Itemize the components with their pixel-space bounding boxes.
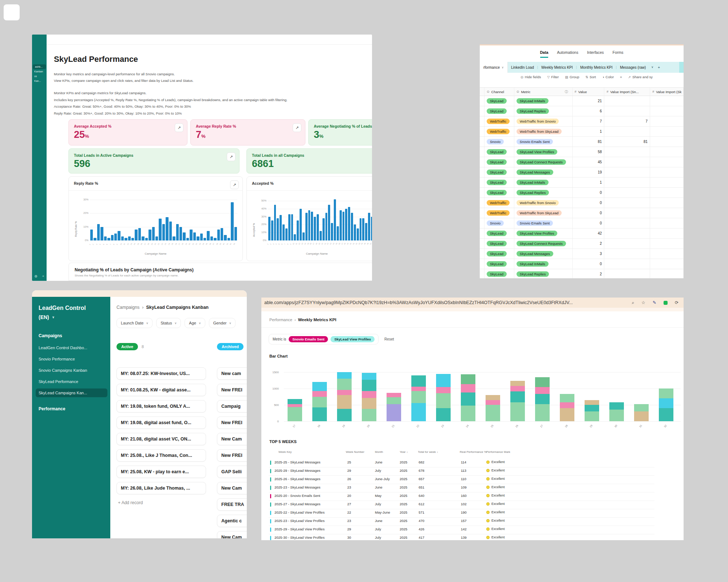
value-import-sn-cell[interactable] [604, 167, 650, 177]
stacked-bar[interactable] [535, 377, 550, 422]
bar[interactable] [368, 213, 370, 240]
channel-cell[interactable]: SkyLead [484, 157, 514, 167]
bar[interactable] [131, 238, 134, 241]
bar[interactable] [162, 224, 165, 240]
metric-cell[interactable]: SkyLead Replies [514, 269, 573, 278]
bar[interactable] [311, 212, 313, 240]
stacked-bar[interactable] [288, 399, 302, 421]
bar[interactable] [217, 230, 220, 240]
bar[interactable] [207, 231, 209, 240]
bar[interactable] [221, 228, 223, 240]
value-import-sk-cell[interactable] [650, 228, 684, 238]
kanban-card[interactable]: MY: 19.08, token fund, ONLY A... [116, 400, 206, 412]
sidebar-item[interactable]: SkyLead Performance [36, 377, 107, 386]
bar[interactable] [114, 234, 117, 240]
kanban-card[interactable]: New cam [217, 367, 247, 380]
top5-column-header[interactable]: Month [375, 450, 383, 454]
bar[interactable] [300, 209, 302, 240]
status-badge-archived[interactable]: Archived [217, 343, 244, 350]
bar[interactable] [142, 236, 144, 240]
table-row[interactable]: SkyLeadSkyLead Connect Requests2 [480, 239, 684, 249]
bar[interactable] [305, 213, 308, 240]
bar[interactable] [200, 234, 203, 240]
channel-cell[interactable]: WebTraffic [484, 208, 514, 218]
value-import-sk-cell[interactable] [650, 178, 684, 187]
group-button[interactable]: ▤Group [565, 75, 579, 79]
filter-launch-date[interactable]: Launch Date∨ [116, 318, 153, 328]
row-height-button[interactable]: ≡ [620, 75, 622, 79]
url-text[interactable]: able.com/apps/jzFZ7SYYnlyw/pag9MpZIKPDcN… [261, 300, 573, 305]
metric-cell[interactable]: SkyLead Messages [514, 167, 573, 177]
top-tab-interfaces[interactable]: Interfaces [587, 50, 604, 58]
kanban-card[interactable]: GAP Selli [217, 466, 247, 478]
metric-cell[interactable]: SkyLead Connect Requests [514, 157, 573, 167]
kanban-card[interactable]: MY: 26.08, Like Jude Thomas, ... [116, 482, 206, 494]
bar[interactable] [331, 223, 333, 240]
bar[interactable] [210, 236, 213, 240]
channel-cell[interactable]: SkyLead [484, 167, 514, 177]
bar[interactable] [152, 227, 155, 241]
status-badge-active[interactable]: Active [116, 343, 138, 350]
bar[interactable] [302, 232, 305, 240]
kanban-card[interactable]: MY: 01.08.25, KW - digital asse... [116, 384, 206, 396]
metric-cell[interactable]: SkyLead InMails [514, 259, 573, 269]
top5-row[interactable]: 2025-29 - SkyLead View Profiles29July202… [269, 526, 654, 534]
reset-button[interactable]: Reset [384, 337, 394, 341]
bar[interactable] [297, 220, 299, 240]
bar[interactable] [285, 228, 288, 240]
value-cell[interactable]: 6 [573, 106, 605, 116]
top5-row[interactable]: 2025-29 - SkyLead Messages29July20256781… [269, 467, 654, 476]
value-import-sk-cell[interactable] [650, 106, 684, 116]
table-row[interactable]: SnovioSnovio Emails Sent8181 [480, 137, 684, 147]
top5-row[interactable]: 2025-20 - Snovio Emails Sent20May2025640… [269, 492, 654, 501]
kanban-card[interactable]: Campaig [217, 400, 247, 412]
value-import-sn-cell[interactable] [604, 249, 650, 259]
top-tab-data[interactable]: Data [540, 50, 549, 58]
channel-cell[interactable]: WebTraffic [484, 116, 514, 126]
kanban-card[interactable]: Agentic c [217, 515, 247, 527]
filter-age[interactable]: Age∨ [185, 318, 205, 328]
channel-cell[interactable]: Snovio [484, 137, 514, 147]
metric-cell[interactable]: SkyLead Connect Requests [514, 239, 573, 248]
top5-column-header[interactable]: Total for week ↓ [418, 450, 438, 454]
bar[interactable] [166, 217, 168, 240]
bar[interactable] [121, 236, 124, 240]
top5-row[interactable]: 2025-26 - SkyLead Messages26June-July202… [269, 475, 654, 484]
value-cell[interactable]: 2 [573, 269, 605, 278]
bar[interactable] [334, 199, 336, 240]
channel-cell[interactable]: SkyLead [484, 269, 514, 278]
top5-column-header[interactable]: Week Key [278, 450, 292, 454]
channel-cell[interactable]: SkyLead [484, 259, 514, 269]
bar[interactable] [354, 224, 356, 240]
bar[interactable] [365, 223, 367, 240]
stacked-bar[interactable] [436, 374, 451, 422]
top5-row[interactable]: 2025-23 - SkyLead View Profiles23June202… [269, 517, 654, 526]
metric-cell[interactable]: Snovio Emails Sent [514, 137, 573, 147]
bar[interactable] [186, 238, 189, 241]
value-cell[interactable]: 1 [573, 127, 605, 136]
metric-cell[interactable]: WebTraffic from Snovio [514, 116, 573, 126]
bar[interactable] [145, 238, 148, 241]
bar[interactable] [97, 224, 100, 240]
channel-cell[interactable]: SkyLead [484, 147, 514, 157]
table-row[interactable]: SkyLeadSkyLead Messages3 [480, 249, 684, 259]
bell-icon[interactable]: ◍ [35, 274, 37, 278]
metric-cell[interactable]: Snovio Emails Sent [514, 218, 573, 228]
kanban-card[interactable]: FREE TRA [217, 498, 247, 511]
channel-cell[interactable]: WebTraffic [484, 198, 514, 208]
metric-cell[interactable]: SkyLead Messages [514, 249, 573, 259]
value-import-sk-cell[interactable] [650, 218, 684, 228]
value-cell[interactable]: 0 [573, 188, 605, 198]
share-button[interactable]: ↗Share and sy [628, 75, 653, 79]
stacked-bar[interactable] [510, 381, 525, 421]
kanban-card[interactable]: New FREI [217, 384, 247, 396]
value-import-sn-cell[interactable] [604, 127, 650, 136]
top5-row[interactable]: 2025-22 - SkyLead View Profiles22May-Jun… [269, 509, 654, 518]
value-import-sk-cell[interactable] [650, 208, 684, 218]
table-row[interactable]: SkyLeadSkyLead Replies6 [480, 106, 684, 116]
browser-url-bar[interactable]: able.com/apps/jzFZ7SYYnlyw/pag9MpZIKPDcN… [261, 298, 684, 308]
value-import-sn-cell[interactable]: 7 [604, 116, 650, 126]
color-button[interactable]: ◑Color [602, 75, 614, 79]
value-import-sn-cell[interactable] [604, 218, 650, 228]
filter-status[interactable]: Status∨ [156, 318, 181, 328]
